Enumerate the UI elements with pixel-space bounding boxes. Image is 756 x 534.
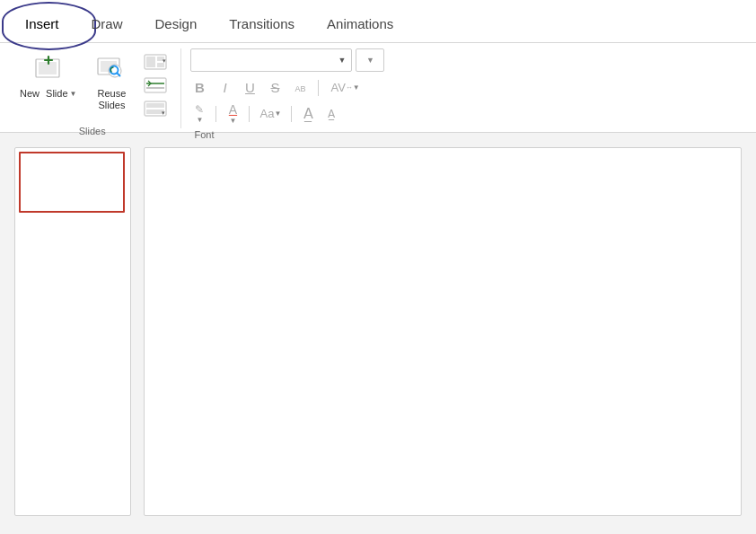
svg-rect-18 bbox=[146, 103, 164, 108]
tab-insert[interactable]: Insert bbox=[9, 7, 75, 42]
reuse-slides-button[interactable]: ReuseSlides bbox=[87, 48, 136, 115]
font-middle-row: B I U S ab AV↔ ▼ bbox=[190, 79, 362, 96]
new-slide-dropdown-arrow: ▼ bbox=[70, 90, 77, 99]
tab-design[interactable]: Design bbox=[139, 7, 214, 42]
slide-layout-button[interactable]: ▾ bbox=[139, 50, 171, 74]
tab-transitions-label: Transitions bbox=[229, 16, 294, 31]
svg-rect-14 bbox=[145, 78, 166, 92]
highlight-icon: ✎ bbox=[195, 103, 204, 116]
ribbon: New Slide ▼ bbox=[0, 43, 756, 133]
highlight-dropdown-arrow: ▼ bbox=[197, 116, 204, 124]
font-color-a-icon: A bbox=[229, 102, 237, 117]
font-separator-4 bbox=[291, 106, 292, 122]
reuse-slides-icon bbox=[94, 52, 128, 86]
char-spacing-button[interactable]: AV↔ ▼ bbox=[328, 80, 362, 95]
slide-main-area[interactable] bbox=[144, 147, 742, 516]
font-color-dropdown-arrow: ▼ bbox=[230, 117, 237, 125]
font-group-content: ▼ ▼ B I U S ab AV↔ ▼ bbox=[190, 48, 734, 126]
section-button[interactable]: ▾ bbox=[139, 97, 171, 120]
tab-insert-label: Insert bbox=[25, 16, 59, 31]
underline-button[interactable]: U bbox=[241, 79, 259, 96]
small-caps-button[interactable]: ab bbox=[291, 80, 309, 95]
slide-panel bbox=[14, 147, 131, 516]
italic-button[interactable]: I bbox=[215, 79, 233, 96]
increase-font-button[interactable]: A̲ bbox=[299, 104, 317, 123]
tab-draw[interactable]: Draw bbox=[75, 7, 139, 42]
highlight-color-button[interactable]: ✎ ▼ bbox=[190, 102, 208, 125]
font-separator-1 bbox=[318, 80, 319, 96]
tab-design-label: Design bbox=[155, 16, 198, 31]
new-slide-icon bbox=[31, 52, 66, 86]
svg-rect-10 bbox=[146, 57, 155, 67]
font-group: ▼ ▼ B I U S ab AV↔ ▼ bbox=[181, 48, 743, 128]
main-area bbox=[0, 133, 756, 530]
layout-buttons-group: ▾ bbox=[139, 48, 171, 122]
slides-group: New Slide ▼ bbox=[13, 48, 181, 128]
new-slide-label: New Slide ▼ bbox=[20, 88, 76, 100]
font-family-dropdown[interactable]: ▼ bbox=[190, 48, 352, 72]
font-bottom-row: ✎ ▼ A ▼ Aa ▼ A̲ A̲ bbox=[190, 101, 340, 126]
svg-text:▾: ▾ bbox=[163, 57, 166, 64]
slides-group-content: New Slide ▼ bbox=[13, 48, 171, 122]
clear-dropdown-arrow: ▼ bbox=[274, 109, 281, 118]
reset-slide-button[interactable] bbox=[139, 74, 171, 97]
clear-formatting-button[interactable]: Aa ▼ bbox=[257, 106, 284, 121]
tab-bar: Insert Draw Design Transitions Animation… bbox=[0, 0, 756, 43]
slide-thumbnail[interactable] bbox=[19, 152, 125, 213]
tab-animations[interactable]: Animations bbox=[311, 7, 409, 42]
tab-transitions[interactable]: Transitions bbox=[213, 7, 311, 42]
new-slide-button[interactable]: New Slide ▼ bbox=[13, 48, 84, 103]
svg-text:▾: ▾ bbox=[162, 109, 165, 116]
font-size-arrow: ▼ bbox=[366, 56, 374, 65]
clear-formatting-label: Aa bbox=[259, 107, 274, 120]
font-color-button[interactable]: A ▼ bbox=[224, 101, 242, 126]
font-separator-2 bbox=[215, 106, 216, 122]
font-separator-3 bbox=[249, 106, 250, 122]
tab-draw-label: Draw bbox=[92, 16, 123, 31]
reuse-slides-label: ReuseSlides bbox=[98, 88, 127, 111]
font-family-arrow: ▼ bbox=[338, 56, 347, 65]
font-top-row: ▼ ▼ bbox=[190, 48, 384, 72]
decrease-font-button[interactable]: A̲ bbox=[322, 107, 340, 121]
font-size-dropdown[interactable]: ▼ bbox=[356, 48, 384, 72]
strikethrough-button[interactable]: S bbox=[266, 79, 284, 96]
font-group-label: Font bbox=[190, 129, 734, 142]
bold-button[interactable]: B bbox=[190, 79, 208, 96]
slides-group-label: Slides bbox=[13, 126, 171, 138]
tab-animations-label: Animations bbox=[327, 16, 393, 31]
